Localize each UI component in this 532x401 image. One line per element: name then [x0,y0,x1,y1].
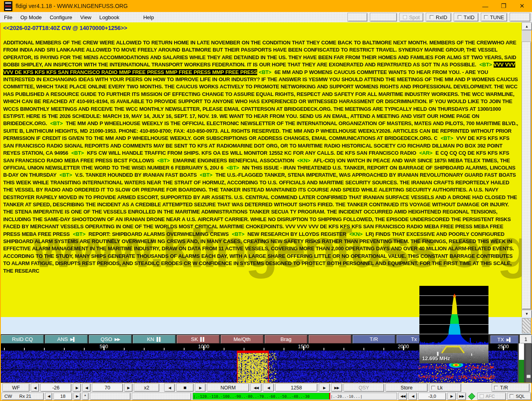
macro-button-tx[interactable]: TX ▶▌ [490,335,519,344]
menu-view[interactable]: View [76,13,95,22]
macro-button-t-r[interactable]: T/R [352,335,395,344]
window-title: fldigi ver4.1.18 - WWW.KLINGENFUSS.ORG [16,3,128,9]
freq-fast-right-icon[interactable]: ▶▶ [331,383,342,392]
sql-value[interactable]: -3,0 [418,393,446,400]
spacer-box [510,13,530,22]
rx-scrollbar[interactable]: ▲ ▼ [522,22,531,317]
wf-gain-value[interactable]: 70 [92,383,123,392]
cursor-frequency-value[interactable]: 1258 [275,383,318,392]
smeter-scale-green: |.-120.-110.-100..-90..-80..-70..-60..-5… [193,393,329,399]
checkbox-glyph [403,15,407,19]
signal-level-meter [519,343,524,383]
tx-scrollbar-thumb[interactable] [522,318,531,333]
menu-help[interactable]: Help [139,13,158,22]
afc-toggle[interactable]: AFC [477,393,506,400]
control-code-tag: <KN> [297,158,310,164]
menu-op-mode[interactable]: Op Mode [16,13,46,22]
checkbox-glyph [458,15,462,19]
popup-frequency-label: 12.695 MHz [422,355,450,361]
tune-button[interactable]: TUNE [481,13,507,22]
sql-up-icon[interactable]: ▶ [447,393,456,400]
squelch-column [518,343,532,383]
macro-button-rsid-cq[interactable]: RsID CQ [1,335,44,344]
ruler-tick [503,346,504,350]
maximize-button[interactable]: ❐ [500,2,507,10]
sql-down-icon[interactable]: ◀ [408,393,417,400]
scroll-down-icon[interactable]: ▼ [522,310,532,318]
freq-right-icon[interactable]: ▶ [319,383,330,392]
scroll-up-icon[interactable]: ▲ [522,22,532,30]
macro-action-icon: ▌▌ [157,337,161,341]
wf-zoom-button[interactable]: x2 [134,383,159,392]
macro-button-kn[interactable]: KN▌▌ [133,335,176,344]
checkbox-glyph [484,15,488,19]
squelch-indicator-icon [468,393,475,400]
wf-stop-icon[interactable]: ■ [176,383,194,392]
ruler-tick [103,346,104,350]
gain-right-icon[interactable]: ▶ [124,383,133,392]
control-code-tag: <BT> [60,172,72,178]
control-code-tag: <BT> [50,120,63,126]
counter-box [347,13,367,22]
wf-offset-value[interactable]: -26 [40,383,71,392]
macro-button-empty[interactable] [308,335,351,344]
macro-button-brag[interactable]: Brag [264,335,308,344]
wpm-down-icon[interactable]: ◀ [45,393,52,400]
menu-configure[interactable]: Configure [46,13,76,22]
scroll-left-icon[interactable]: ◀ [164,383,175,392]
frequency-display-box [370,13,397,22]
cw-wpm-value[interactable]: 18 [54,393,72,400]
rx-text-segment: LR) FINDS THAT EXCESSIVE AND POORLY CONF… [3,231,514,274]
control-code-tag: <BT> [226,165,239,171]
ruler-tick [403,346,404,350]
freq-left-icon[interactable]: ◀ [263,383,274,392]
squelch-slider[interactable] [526,343,532,383]
rx-text-panel[interactable]: <<2026-02-07T18:40Z CW @ 14070000+1256>>… [1,22,531,317]
menu-file[interactable]: File [0,13,16,22]
macro-button-me-qth[interactable]: Me/Qth [220,335,264,344]
scroll-right-icon[interactable]: ▶ [195,383,206,392]
title-bar: fldigi ver4.1.18 - WWW.KLINGENFUSS.ORG —… [0,0,532,12]
macro-button-ans[interactable]: ANS▶▌ [45,335,88,344]
sql-fast-down-icon[interactable]: ◀◀ [398,393,407,400]
lock-toggle[interactable]: Lk [429,383,461,392]
checkbox-glyph [510,394,514,398]
sql-fast-up-icon[interactable]: ▶▶ [457,393,466,400]
tx-scrollbar[interactable] [522,318,531,333]
wf-norm-button[interactable]: NORM [207,383,249,392]
spectrum-popup-window[interactable]: 12.695 MHz [419,286,488,363]
txid-toggle[interactable]: TxID [454,13,478,22]
control-code-tag: <BT> [441,135,453,141]
minimize-button[interactable]: — [482,3,489,10]
store-button[interactable]: Store [385,383,428,392]
macro-button-sk[interactable]: SK▌▌ [177,335,220,344]
sql-toggle[interactable]: SQL [507,393,531,400]
spot-toggle[interactable]: Spot [399,13,423,22]
menu-logbook[interactable]: Logbook [95,13,123,22]
rx-timestamp-header: <<2026-02-07T18:40Z CW @ 14070000+1256>> [3,25,127,31]
freq-fast-left-icon[interactable]: ◀◀ [250,383,262,392]
qsy-button[interactable]: QSY [343,383,384,392]
gain-left-icon[interactable]: ◀ [82,383,91,392]
checkbox-glyph [431,386,435,390]
close-button[interactable]: ✕ [518,2,526,10]
offset-left-icon[interactable]: ◀ [31,383,39,392]
rx-received-text: ADDITIONAL MEMBERS OF THE CREW WERE ALLO… [3,39,519,275]
mode-indicator[interactable]: CW [4,394,12,399]
macro-button-qso[interactable]: QSO▶▶ [89,335,132,344]
control-code-tag: <BT> [157,158,170,164]
rx-text-segment: ADDITIONAL MEMBERS OF THE CREW WERE ALLO… [3,40,516,68]
offset-right-icon[interactable]: ▶ [73,383,81,392]
wf-mode-button[interactable]: WF [2,383,30,392]
ruler-tick [303,346,304,350]
rx-scrollbar-thumb[interactable] [522,42,531,309]
control-code-tag: <KN> [349,231,363,237]
squelch-slider-handle[interactable] [526,375,531,378]
status-info-box-2 [132,393,191,400]
tr-toggle[interactable]: T/R [492,383,530,392]
wpm-default-button[interactable]: * [82,393,89,400]
wpm-up-icon[interactable]: ▶ [73,393,80,400]
spectrum-display [419,286,488,363]
rxid-toggle[interactable]: RxID [426,13,451,22]
macro-set-button[interactable]: 1 [520,335,532,344]
